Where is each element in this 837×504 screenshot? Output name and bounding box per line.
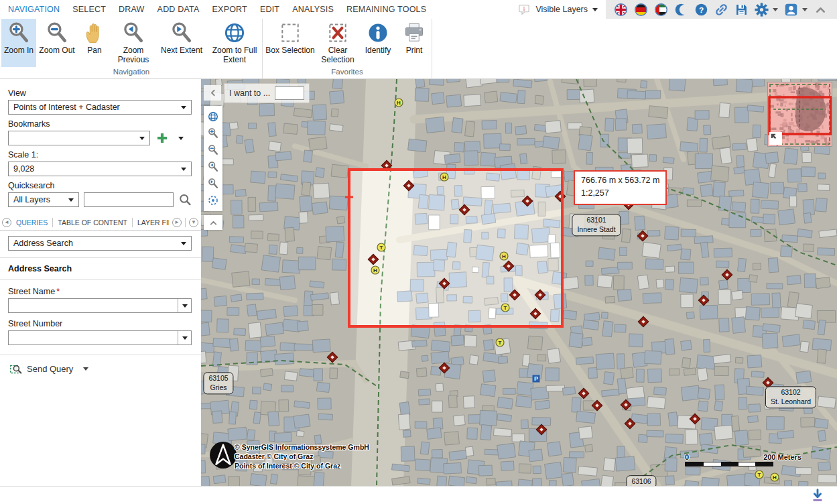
share-link-icon[interactable] <box>714 3 728 17</box>
scale-select[interactable]: 9,028 <box>8 162 192 176</box>
menu-draw[interactable]: DRAW <box>119 5 145 14</box>
map-tools-collapse-button[interactable] <box>204 85 221 101</box>
flag-germany-icon[interactable] <box>634 3 648 17</box>
bookmark-menu-caret[interactable] <box>178 137 184 140</box>
svg-text:H: H <box>773 475 777 481</box>
divider <box>132 218 133 227</box>
query-select[interactable]: Address Search <box>8 236 192 251</box>
save-icon[interactable] <box>734 3 749 17</box>
user-account-icon[interactable] <box>784 3 798 17</box>
send-query-icon <box>9 363 22 375</box>
send-query-button[interactable]: Send Query <box>9 363 201 375</box>
copyright-line: Points of Interest © City of Graz <box>235 461 369 470</box>
zoom-full-extent-icon <box>222 21 247 45</box>
main-menu: NAVIGATIONSELECTDRAWADD DATAEXPORTEDITAN… <box>0 0 426 19</box>
selection-dimensions-tooltip: 766.76 m x 563.72 m 1:2,257 <box>574 170 667 205</box>
application-window: NAVIGATIONSELECTDRAWADD DATAEXPORTEDITAN… <box>0 0 837 504</box>
ribbon-button-label: Zoom Previous <box>111 46 155 64</box>
menu-analysis[interactable]: ANALYSIS <box>292 5 334 14</box>
settings-icon[interactable] <box>755 3 769 17</box>
flag-uae-icon[interactable] <box>654 3 668 17</box>
svg-text:P: P <box>534 375 538 382</box>
tab-scroll-left-button[interactable]: ◄ <box>2 218 11 227</box>
flag-uk-icon[interactable] <box>614 3 628 17</box>
svg-text:H: H <box>373 267 377 273</box>
district-label: 63101Innere Stadt <box>572 214 621 236</box>
bookmarks-select[interactable] <box>8 131 150 145</box>
chevron-down-icon <box>181 106 186 109</box>
tab-overflow-button[interactable]: ▼ <box>189 218 198 227</box>
ribbon-group-label: Favorites <box>263 67 431 78</box>
zoom-out-icon <box>45 21 69 45</box>
visible-layers-dropdown[interactable]: Visible Layers <box>509 0 606 19</box>
ribbon-button-label: Print <box>406 46 423 55</box>
identify-button[interactable]: Identify <box>359 19 397 67</box>
pan-button[interactable]: Pan <box>78 19 111 67</box>
map-zoom-previous-button[interactable] <box>207 161 219 173</box>
menu-bar: NAVIGATIONSELECTDRAWADD DATAEXPORTEDITAN… <box>0 0 837 19</box>
ribbon-button-label: Identify <box>365 46 391 55</box>
section-title: Address Search <box>8 264 201 273</box>
menu-add-data[interactable]: ADD DATA <box>157 5 200 14</box>
next-extent-button[interactable]: Next Extent <box>155 19 208 67</box>
zoom-full-extent-button[interactable]: Zoom to Full Extent <box>208 19 261 67</box>
add-bookmark-button[interactable] <box>155 131 170 145</box>
map-zoom-out-button[interactable] <box>207 144 219 156</box>
divider <box>0 355 201 355</box>
zoom-previous-button[interactable]: Zoom Previous <box>111 19 155 67</box>
help-icon[interactable]: ? <box>694 3 708 17</box>
clear-selection-button[interactable]: Clear Selection <box>317 19 359 67</box>
overview-collapse-button[interactable] <box>769 132 782 145</box>
street-name-input[interactable] <box>9 299 178 312</box>
selection-size-text: 766.76 m x 563.72 m <box>581 174 659 187</box>
view-select[interactable]: Points of Interest + Cadaster <box>8 100 192 115</box>
divider <box>0 257 201 258</box>
divider <box>52 218 53 227</box>
quicksearch-layer-select[interactable]: All Layers <box>8 192 79 207</box>
street-name-dropdown-button[interactable] <box>178 299 191 312</box>
map-zoom-in-button[interactable] <box>207 127 219 139</box>
map-locate-button[interactable] <box>207 194 219 206</box>
box-selection-button[interactable]: Box Selection <box>263 19 317 67</box>
collapse-toolbar-icon[interactable] <box>814 3 828 17</box>
i-want-to-widget: I want to ... <box>224 83 310 103</box>
zoom-out-button[interactable]: Zoom Out <box>36 19 78 67</box>
ribbon-button-label: Zoom Out <box>39 46 74 55</box>
map-canvas[interactable]: HHTHHTTTHP I want to ... 766.76 m x 563.… <box>201 79 837 486</box>
pan-icon <box>82 21 107 45</box>
menu-navigation[interactable]: NAVIGATION <box>8 5 60 14</box>
map-next-extent-button[interactable] <box>207 178 219 190</box>
street-number-label: Street Number <box>8 319 201 328</box>
map-tools-up-button[interactable] <box>204 215 222 230</box>
overview-map[interactable] <box>767 82 832 147</box>
next-extent-icon <box>170 21 194 45</box>
menu-remaining-tools[interactable]: REMAINING TOOLS <box>346 5 426 14</box>
divider <box>0 279 201 280</box>
quicksearch-layer-value: All Layers <box>13 195 50 204</box>
menu-edit[interactable]: EDIT <box>260 5 279 14</box>
tab-table-of-content[interactable]: TABLE OF CONTENT <box>56 218 129 227</box>
chevron-down-icon <box>83 367 88 371</box>
tab-layer-fil[interactable]: LAYER FIL <box>136 218 169 227</box>
menu-export[interactable]: EXPORT <box>212 5 247 14</box>
zoom-in-button[interactable]: Zoom In <box>1 19 36 67</box>
quicksearch-input[interactable] <box>84 192 174 207</box>
ribbon-group-favorites: Box SelectionClear SelectionIdentifyPrin… <box>263 19 432 78</box>
menu-select[interactable]: SELECT <box>72 5 106 14</box>
i-want-to-label: I want to ... <box>229 88 270 98</box>
night-mode-icon[interactable] <box>674 3 688 17</box>
download-button[interactable] <box>810 488 825 503</box>
chevron-down-icon <box>182 304 188 308</box>
overview-globe-button[interactable] <box>207 111 219 123</box>
print-button[interactable]: Print <box>397 19 431 67</box>
street-number-dropdown-button[interactable] <box>178 331 191 344</box>
scalebar-zero: 0 <box>685 453 689 461</box>
i-want-to-input[interactable] <box>275 86 304 100</box>
zoom-previous-icon <box>121 21 145 45</box>
query-select-value: Address Search <box>13 239 73 248</box>
tab-scroll-right-button[interactable]: ► <box>172 218 182 227</box>
ribbon-group-label: Navigation <box>1 67 261 78</box>
street-number-input[interactable] <box>9 331 178 344</box>
tab-queries[interactable]: QUERIES <box>15 218 49 227</box>
quicksearch-button[interactable] <box>178 192 192 207</box>
